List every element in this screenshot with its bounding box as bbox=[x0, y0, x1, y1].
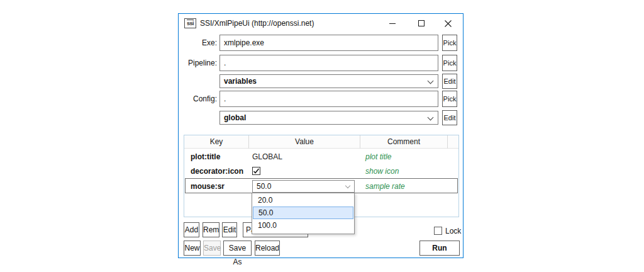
exe-pick-button[interactable]: Pick bbox=[442, 35, 457, 51]
new-button[interactable]: New bbox=[184, 241, 201, 256]
column-header-key[interactable]: Key bbox=[184, 135, 249, 149]
decorator-icon-checkbox[interactable] bbox=[252, 167, 260, 175]
config-input[interactable] bbox=[219, 91, 438, 107]
checkmark-icon bbox=[253, 167, 260, 174]
reload-button[interactable]: Reload bbox=[255, 241, 280, 256]
maximize-button[interactable] bbox=[413, 14, 430, 33]
window-title: SSI/XmlPipeUi (http://openssi.net) bbox=[200, 14, 314, 33]
row-key: mouse:sr bbox=[191, 179, 225, 194]
close-button[interactable] bbox=[439, 14, 457, 33]
chevron-down-icon bbox=[428, 78, 434, 84]
pipeline-label: Pipeline: bbox=[179, 55, 217, 71]
exe-input[interactable] bbox=[219, 35, 438, 51]
minimize-icon bbox=[389, 23, 396, 24]
mouse-sr-dropdown-list: 20.0 50.0 100.0 bbox=[252, 193, 355, 234]
run-button[interactable]: Run bbox=[419, 241, 460, 256]
add-button[interactable]: Add bbox=[184, 222, 199, 237]
chevron-down-icon bbox=[345, 183, 350, 188]
config-label: Config: bbox=[179, 91, 217, 107]
pipeline-select-value: variables bbox=[224, 77, 257, 86]
save-button: Save bbox=[203, 241, 221, 256]
chevron-down-icon bbox=[428, 115, 434, 121]
table-header[interactable]: Key Value Comment bbox=[184, 135, 458, 149]
maximize-icon bbox=[418, 20, 425, 26]
close-icon bbox=[445, 20, 452, 27]
row-key: decorator:icon bbox=[191, 164, 243, 178]
exe-label: Exe: bbox=[179, 35, 217, 51]
mouse-sr-value: 50.0 bbox=[257, 182, 271, 191]
row-comment: show icon bbox=[365, 164, 399, 178]
config-select[interactable]: global bbox=[219, 111, 438, 125]
column-header-value[interactable]: Value bbox=[249, 135, 360, 149]
minimize-button[interactable] bbox=[384, 14, 401, 33]
pipeline-input[interactable] bbox=[219, 55, 438, 71]
pipeline-pick-button[interactable]: Pick bbox=[442, 55, 457, 71]
config-select-value: global bbox=[224, 113, 246, 122]
row-comment: plot title bbox=[365, 150, 391, 164]
column-header-filler bbox=[448, 135, 458, 149]
row-key: plot:title bbox=[191, 150, 220, 164]
lock-checkbox[interactable] bbox=[434, 227, 442, 235]
mouse-sr-combobox[interactable]: 50.0 bbox=[252, 180, 355, 193]
row-value[interactable]: GLOBAL bbox=[252, 150, 282, 164]
desktop-canvas: ssi SSI/XmlPipeUi (http://openssi.net) E… bbox=[0, 0, 644, 272]
rem-button[interactable]: Rem bbox=[203, 222, 219, 237]
edit-button[interactable]: Edit bbox=[222, 222, 237, 237]
app-icon: ssi bbox=[184, 18, 196, 28]
dropdown-option[interactable]: 20.0 bbox=[253, 194, 353, 207]
app-window: ssi SSI/XmlPipeUi (http://openssi.net) E… bbox=[178, 13, 464, 258]
dropdown-option-selected[interactable]: 50.0 bbox=[253, 207, 353, 219]
lock-label: Lock bbox=[445, 227, 461, 235]
column-header-comment[interactable]: Comment bbox=[360, 135, 448, 149]
config-pick-button[interactable]: Pick bbox=[442, 91, 457, 107]
pipeline-select[interactable]: variables bbox=[219, 74, 438, 88]
row-comment: sample rate bbox=[365, 179, 405, 194]
dropdown-option[interactable]: 100.0 bbox=[253, 219, 353, 232]
title-bar[interactable]: ssi SSI/XmlPipeUi (http://openssi.net) bbox=[179, 14, 463, 33]
pipeline-edit-button[interactable]: Edit bbox=[442, 74, 457, 89]
save-as-button[interactable]: Save As bbox=[223, 241, 252, 256]
config-edit-button[interactable]: Edit bbox=[442, 110, 457, 125]
